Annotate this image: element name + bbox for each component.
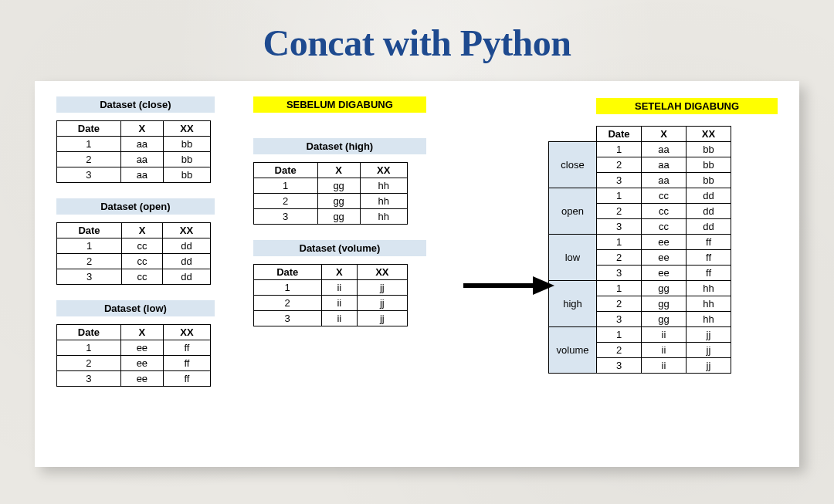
col-header: XX	[357, 265, 407, 280]
column-left: Dataset (close) DateXXX 1aabb 2aabb 3aab…	[56, 96, 215, 452]
dataset-high-table: DateXXX 1gghh 2gghh 3gghh	[253, 162, 408, 225]
arrow-icon	[463, 274, 556, 297]
col-header: X	[120, 325, 163, 340]
table-row: 3aabb	[57, 167, 211, 183]
table-row: 3ccdd	[57, 269, 211, 285]
table-row: open1ccdd	[549, 188, 731, 204]
dataset-close-table: DateXXX 1aabb 2aabb 3aabb	[56, 120, 211, 183]
group-label: close	[549, 142, 597, 188]
dataset-low-table: DateXXX 1eeff 2eeff 3eeff	[56, 324, 211, 387]
table-row: 3iijj	[253, 311, 407, 326]
dataset-close-block: Dataset (close) DateXXX 1aabb 2aabb 3aab…	[56, 96, 215, 183]
after-header: SETELAH DIGABUNG	[596, 98, 778, 114]
table-row: 3eeff	[57, 371, 211, 387]
merged-table: Date X XX close1aabb 2aabb 3aabb open1cc…	[548, 126, 731, 374]
table-row: 2gghh	[253, 194, 407, 209]
table-row: 1eeff	[57, 340, 211, 356]
dataset-header: Dataset (low)	[56, 300, 215, 316]
dataset-open-block: Dataset (open) DateXXX 1ccdd 2ccdd 3ccdd	[56, 198, 215, 285]
column-middle: SEBELUM DIGABUNG Dataset (high) DateXXX …	[253, 96, 426, 452]
col-header: X	[321, 265, 357, 280]
col-header: Date	[253, 265, 321, 280]
table-row: 2iijj	[253, 296, 407, 311]
table-row: 1ccdd	[57, 238, 211, 254]
dataset-header: Dataset (open)	[56, 198, 215, 215]
table-row: 3gghh	[253, 209, 407, 225]
dataset-header: Dataset (close)	[56, 96, 215, 113]
dataset-header: Dataset (volume)	[253, 240, 426, 256]
col-header: Date	[57, 223, 122, 238]
col-header: Date	[57, 325, 121, 340]
dataset-header: Dataset (high)	[253, 138, 426, 154]
col-header: X	[642, 127, 687, 142]
col-header: XX	[687, 127, 731, 142]
dataset-open-table: DateXXX 1ccdd 2ccdd 3ccdd	[56, 222, 211, 285]
col-header: XX	[360, 163, 407, 178]
col-header: XX	[163, 121, 210, 137]
group-label: volume	[549, 327, 597, 374]
col-header: Date	[253, 163, 317, 178]
table-row: 1iijj	[253, 280, 407, 296]
col-header: XX	[163, 325, 210, 340]
col-header: X	[122, 223, 163, 238]
col-header: X	[120, 121, 163, 137]
page-title: Concat with Python	[31, 22, 803, 64]
dataset-volume-block: Dataset (volume) DateXXX 1iijj 2iijj 3ii…	[253, 240, 426, 326]
col-header: Date	[597, 127, 642, 142]
col-header: XX	[163, 223, 211, 238]
table-row: high1gghh	[549, 281, 731, 296]
table-row: 2aabb	[57, 152, 211, 167]
table-row: close1aabb	[549, 142, 731, 157]
dataset-low-block: Dataset (low) DateXXX 1eeff 2eeff 3eeff	[56, 300, 215, 387]
table-row: 2eeff	[57, 356, 211, 371]
svg-marker-1	[533, 276, 554, 295]
table-row: 2ccdd	[57, 254, 211, 269]
table-row: volume1iijj	[549, 327, 731, 343]
table-row: low1eeff	[549, 235, 731, 250]
table-row: 1gghh	[253, 178, 407, 194]
dataset-volume-table: DateXXX 1iijj 2iijj 3iijj	[253, 264, 408, 326]
col-header: X	[317, 163, 360, 178]
diagram-card: Dataset (close) DateXXX 1aabb 2aabb 3aab…	[35, 81, 799, 467]
dataset-high-block: Dataset (high) DateXXX 1gghh 2gghh 3gghh	[253, 138, 426, 225]
corner-cell	[549, 127, 597, 142]
group-label: open	[549, 188, 597, 235]
table-row: 1aabb	[57, 137, 211, 152]
before-header: SEBELUM DIGABUNG	[253, 96, 426, 113]
col-header: Date	[57, 121, 121, 137]
